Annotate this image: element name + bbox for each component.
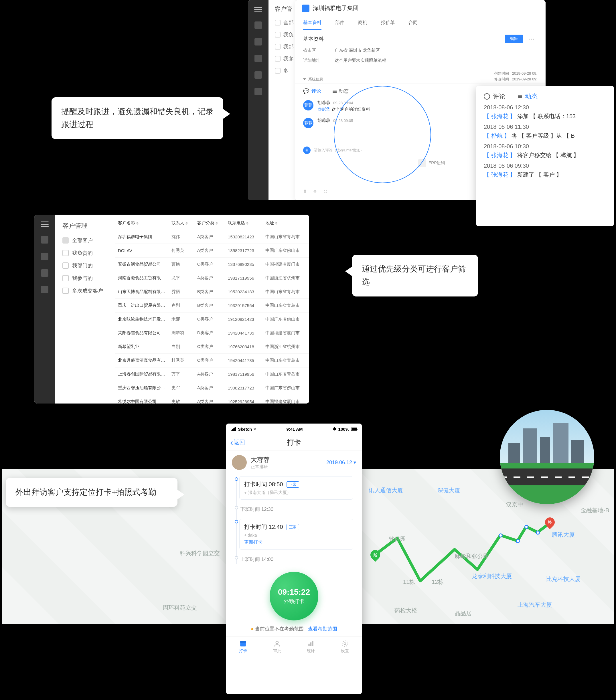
callout-filter: 通过优先级分类可进行客户筛选 [352, 255, 478, 297]
section-title: 基本资料 [303, 36, 324, 42]
tab-opportunity[interactable]: 商机 [358, 16, 367, 30]
page-title: 打卡 [287, 438, 301, 447]
sidebar-square[interactable] [255, 88, 262, 95]
tab-comments[interactable]: 💬 评论 [303, 88, 321, 95]
sysinfo-toggle[interactable]: 系统信息 [303, 77, 323, 82]
table-row[interactable]: 北京月盛斋清真食品有…杜秀英C类客户19420441735中国山东省青岛市 [115, 354, 309, 367]
feed-tab-comments[interactable]: 评论 [484, 92, 505, 101]
column-header[interactable]: 联系人 [169, 215, 194, 230]
route-node [525, 525, 528, 529]
callout-text: 提醒及时跟进，避免遗漏和错失良机，记录跟进过程 [61, 107, 213, 129]
column-header[interactable]: 客户分类 [194, 215, 225, 230]
map-poi-label: 龙泰利科技大厦 [472, 572, 512, 580]
route-node [498, 534, 503, 537]
map-poi-label: 汉京中 [506, 501, 523, 509]
tab-basic[interactable]: 基本资料 [303, 16, 321, 30]
tab-activity[interactable]: 动态 [333, 88, 349, 95]
timeline-item: 下班时间 12:30 [239, 505, 353, 514]
mobile-checkin-screen: Sketch ⌔ 9:41 AM ✱ 100% 返回 打卡 大蓉蓉 正常排班 2… [226, 424, 362, 694]
upload-icon[interactable]: ⇪ [303, 188, 307, 195]
sidebar-square[interactable] [255, 71, 262, 79]
sidebar-square[interactable] [41, 286, 48, 293]
svg-point-6 [344, 642, 346, 645]
user-header: 大蓉蓉 正常排班 2019.06.12 ▾ [226, 450, 362, 475]
nav-item[interactable]: 多次成交客户 [62, 287, 115, 294]
sysinfo-values: 创建时间 2019-09-28 09: 修改时间 2019-09-28 09: [494, 71, 537, 82]
nav-item[interactable]: 我部门的 [62, 262, 115, 269]
svg-point-7 [342, 641, 348, 647]
nav-item[interactable]: 我参与的 [62, 275, 115, 282]
map-poi-label: 周环科苑立交 [163, 604, 197, 612]
table-row[interactable]: 河南香凝食品工贸有限…龙平A类客户19817519956中国浙江省杭州市 [115, 271, 309, 285]
svg-point-2 [276, 641, 278, 643]
sidebar-square[interactable] [255, 38, 262, 46]
svg-rect-4 [310, 642, 311, 646]
attach-icon[interactable]: ⌾ [313, 188, 317, 195]
nav-item[interactable]: 全部客户 [62, 237, 115, 244]
table-row[interactable]: 上海睿创国际贸易有限…万平A类客户19817519956中国山东省青岛市 [115, 367, 309, 381]
tab-quote[interactable]: 报价单 [381, 16, 395, 30]
map-poi-label: 麻岭和张公园 [455, 552, 489, 560]
timeline-item: 打卡时间 12:40正常⌖ daka更新打卡 [239, 519, 353, 550]
timeline-dot [235, 477, 238, 481]
table-row[interactable]: 重庆西馨压油脂有限公…史军A类客户19082317723中国广东省佛山市 [115, 381, 309, 395]
signal-icon [231, 427, 236, 431]
table-row[interactable]: 莱阳春雪食品有限公司周翠羽D类客户19420441735中国福建省厦门市 [115, 326, 309, 340]
back-button[interactable]: 返回 [230, 438, 245, 447]
field-row: 详细地址 这个用户要求实现跟单流程 [295, 55, 545, 65]
customer-nav: 客户管理 全部客户 我负责的 我部门的 我参与的 多次成交客户 [55, 215, 115, 403]
erp-icon [418, 159, 426, 167]
map-poi-label: 11栋 [403, 578, 415, 586]
view-range-link[interactable]: 查看考勤范围 [308, 626, 337, 632]
nav-item[interactable]: 我负责的 [62, 250, 115, 257]
column-header[interactable]: 地址 [262, 215, 309, 230]
list-icon [333, 90, 337, 93]
more-icon[interactable]: ⋯ [526, 35, 537, 43]
route-node [516, 539, 520, 543]
sidebar-square[interactable] [41, 236, 48, 243]
chart-icon [307, 640, 315, 647]
table-row[interactable]: 深圳福群电子集团沈伟A类客户15320821423中国山东省青岛市 [115, 230, 309, 244]
feed-tab-activity[interactable]: 动态 [518, 92, 538, 101]
tab-contract[interactable]: 合同 [408, 16, 418, 30]
menu-icon[interactable] [254, 7, 262, 12]
table-row[interactable]: 重庆一进出口贸易有限…卢刚B类客户19329157564中国山东省青岛市 [115, 299, 309, 313]
battery-icon [351, 427, 357, 431]
table-row[interactable]: DOLAV何秀英A类客户13582317723中国广东省佛山市 [115, 244, 309, 258]
tab-settings[interactable]: 设置 [328, 636, 362, 657]
customer-table: 客户名称联系人客户分类联系电话地址 深圳福群电子集团沈伟A类客户15320821… [115, 215, 309, 403]
comment-input-placeholder[interactable]: 请输入评论（按@Enter发送） [314, 148, 364, 153]
checkin-button[interactable]: 09:15:22 外勤打卡 [270, 572, 318, 621]
sidebar-square[interactable] [41, 253, 48, 260]
person-icon [273, 640, 281, 647]
avatar [232, 455, 247, 470]
tab-approval[interactable]: 审批 [260, 636, 294, 657]
table-row[interactable]: 山东天博食品配料有限…乔丽B类客户19520234183中国山东省青岛市 [115, 285, 309, 299]
date-picker[interactable]: 2019.06.12 ▾ [326, 459, 356, 466]
timeline-dot [235, 520, 238, 523]
tab-stats[interactable]: 统计 [294, 636, 328, 657]
map-poi-label: 晶品居 [455, 610, 472, 617]
column-header[interactable]: 客户名称 [115, 215, 169, 230]
map-poi-label: 比克科技大厦 [546, 575, 580, 583]
sidebar-square[interactable] [41, 269, 48, 277]
callout-followup: 提醒及时跟进，避免遗漏和错失良机，记录跟进过程 [51, 97, 223, 139]
table-row[interactable]: 新希望乳业白刚C类客户19766203418中国浙江省杭州市 [115, 340, 309, 354]
emoji-icon[interactable]: ☺ [323, 188, 328, 195]
edit-button[interactable]: 编辑 [505, 35, 523, 43]
table-row[interactable]: 北京味浓生物技术开发…米娜C类客户19120821423中国广东省佛山市 [115, 313, 309, 326]
map-poi-label: 讯人通信大厦 [369, 487, 403, 494]
comment-icon: 💬 [303, 88, 309, 94]
sidebar-square[interactable] [255, 22, 262, 29]
tab-checkin[interactable]: 打卡 [226, 636, 260, 657]
menu-icon[interactable] [41, 222, 49, 227]
erp-link[interactable]: ERP进销 [418, 159, 445, 167]
column-header[interactable]: 联系电话 [225, 215, 262, 230]
update-checkin-link[interactable]: 更新打卡 [244, 539, 262, 546]
table-row[interactable]: 希悦尔中国有限公司史敏A类客户19252926954中国福建省厦门市 [115, 395, 309, 404]
sidebar-square[interactable] [255, 55, 262, 62]
tab-parts[interactable]: 部件 [335, 16, 344, 30]
map-poi-label: 上海汽车大厦 [518, 601, 552, 609]
callout-text: 外出拜访客户支持定位打卡+拍照式考勤 [15, 488, 156, 497]
table-row[interactable]: 安徽古润食品贸易公司曹艳C类客户13376890235中国福建省厦门市 [115, 258, 309, 271]
